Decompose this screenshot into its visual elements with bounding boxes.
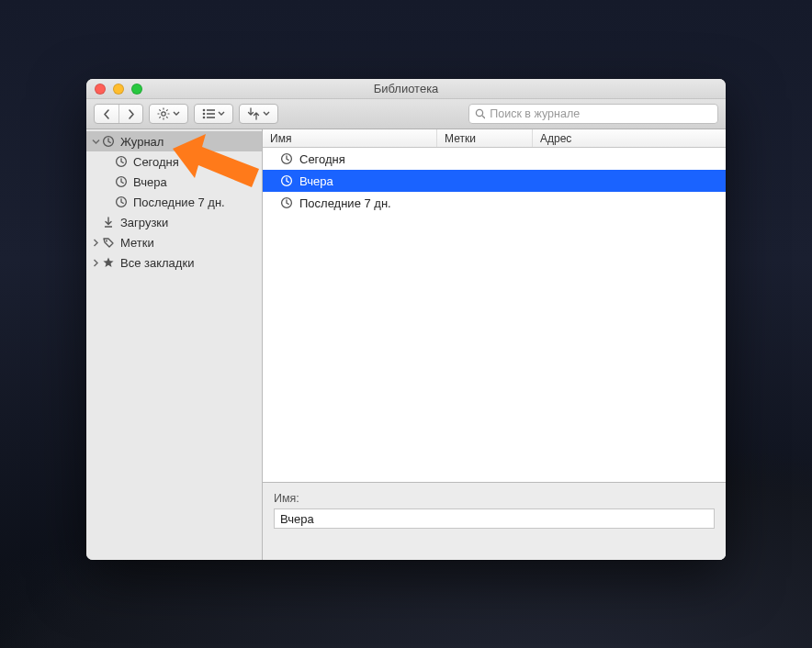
svg-rect-14 — [207, 117, 215, 118]
forward-button[interactable] — [118, 105, 142, 123]
import-export-menu-button[interactable] — [239, 104, 278, 124]
window-title: Библиотека — [374, 82, 439, 95]
row-name: Вчера — [299, 174, 333, 188]
svg-line-5 — [159, 109, 160, 110]
sidebar-item-5[interactable]: Метки — [86, 232, 262, 252]
sidebar-item-6[interactable]: Все закладки — [86, 252, 262, 273]
sidebar-item-label: Сегодня — [133, 155, 179, 169]
views-menu-button[interactable] — [194, 104, 233, 124]
sidebar: ЖурналСегодняВчераПоследние 7 дн.Загрузк… — [86, 129, 263, 560]
svg-point-9 — [203, 109, 206, 112]
sidebar-item-label: Вчера — [133, 175, 167, 189]
clock-icon — [114, 174, 129, 189]
sidebar-item-label: Последние 7 дн. — [133, 196, 225, 209]
tag-icon — [101, 235, 116, 250]
search-field[interactable] — [468, 104, 718, 124]
nav-segment — [94, 104, 143, 124]
sidebar-item-2[interactable]: Вчера — [86, 172, 262, 192]
sidebar-item-label: Метки — [120, 236, 154, 250]
sidebar-item-label: Загрузки — [120, 216, 168, 229]
disclosure-closed-icon[interactable] — [90, 239, 101, 247]
table-row[interactable]: Сегодня — [263, 148, 726, 170]
row-name: Последние 7 дн. — [299, 196, 391, 210]
library-window: Библиотека — [86, 79, 726, 560]
table-row[interactable]: Вчера — [263, 170, 726, 192]
list-icon — [202, 108, 215, 119]
chevron-down-icon — [263, 111, 270, 117]
clock-icon — [101, 134, 116, 149]
table-header: Имя Метки Адрес — [263, 129, 726, 148]
close-window-button[interactable] — [95, 84, 106, 95]
chevron-down-icon — [218, 111, 225, 117]
gear-icon — [157, 107, 170, 120]
download-icon — [101, 215, 116, 229]
svg-point-13 — [203, 117, 206, 119]
chevron-right-icon — [127, 109, 135, 119]
toolbar — [86, 99, 726, 129]
clock-icon — [114, 154, 129, 169]
clock-icon — [279, 173, 294, 188]
back-button[interactable] — [95, 105, 118, 123]
sidebar-item-label: Журнал — [120, 135, 164, 149]
clock-icon — [279, 196, 294, 210]
svg-line-16 — [482, 116, 485, 118]
sidebar-item-label: Все закладки — [120, 256, 194, 270]
disclosure-closed-icon[interactable] — [90, 259, 101, 267]
svg-line-8 — [159, 117, 160, 117]
zoom-window-button[interactable] — [131, 84, 142, 95]
sidebar-item-4[interactable]: Загрузки — [86, 212, 262, 232]
titlebar: Библиотека — [86, 79, 726, 99]
chevron-left-icon — [103, 109, 111, 119]
clock-icon — [279, 151, 294, 166]
svg-line-7 — [166, 109, 167, 110]
clock-icon — [114, 195, 129, 209]
search-icon — [475, 108, 485, 119]
row-name: Сегодня — [299, 152, 345, 166]
sidebar-item-1[interactable]: Сегодня — [86, 151, 262, 172]
detail-name-input[interactable] — [274, 508, 715, 529]
svg-line-6 — [166, 117, 167, 117]
svg-point-15 — [476, 109, 482, 116]
search-input[interactable] — [490, 107, 712, 120]
column-header-name[interactable]: Имя — [263, 129, 437, 147]
detail-panel: Имя: — [263, 482, 726, 560]
organize-menu-button[interactable] — [149, 104, 188, 124]
detail-name-label: Имя: — [274, 492, 715, 505]
svg-point-22 — [106, 240, 107, 242]
table-row[interactable]: Последние 7 дн. — [263, 192, 726, 214]
main-panel: Имя Метки Адрес СегодняВчераПоследние 7 … — [263, 129, 726, 560]
svg-rect-12 — [207, 113, 215, 115]
column-header-address[interactable]: Адрес — [533, 129, 726, 147]
sidebar-item-0[interactable]: Журнал — [86, 131, 262, 151]
column-header-tags[interactable]: Метки — [437, 129, 533, 147]
import-export-icon — [247, 107, 260, 120]
svg-rect-10 — [207, 109, 215, 111]
chevron-down-icon — [173, 111, 180, 117]
minimize-window-button[interactable] — [113, 84, 124, 95]
star-icon — [101, 255, 116, 270]
svg-point-11 — [203, 113, 206, 116]
svg-point-0 — [162, 112, 165, 116]
table-body[interactable]: СегодняВчераПоследние 7 дн. — [263, 148, 726, 482]
window-controls — [95, 84, 142, 95]
sidebar-item-3[interactable]: Последние 7 дн. — [86, 192, 262, 212]
disclosure-open-icon[interactable] — [90, 138, 101, 146]
